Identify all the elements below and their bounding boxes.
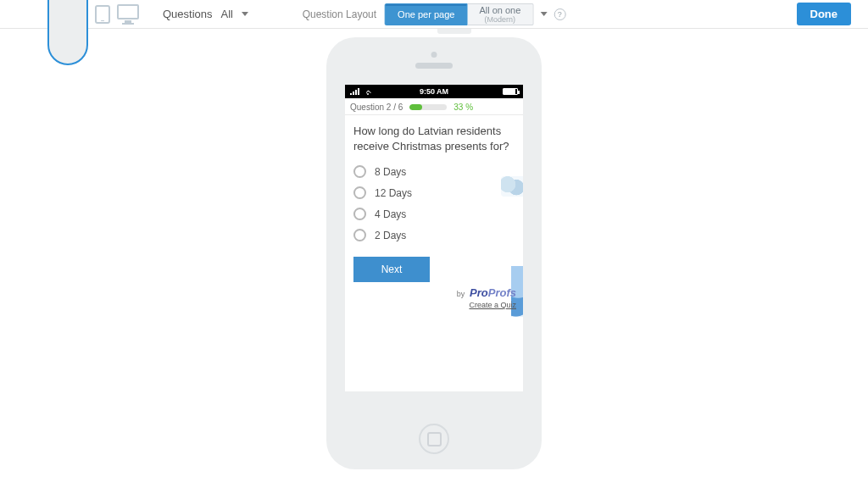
option-label: 8 Days — [375, 166, 406, 178]
question-text: How long do Latvian residents receive Ch… — [353, 124, 515, 153]
questions-filter-value: All — [221, 8, 233, 20]
radio-icon — [353, 186, 366, 199]
option-1[interactable]: 12 Days — [353, 186, 515, 199]
questions-filter-select[interactable]: All — [218, 6, 253, 22]
brand-pro: Pro — [470, 286, 488, 299]
preview-stage: 9:50 AM Question 2 / 6 33 % How long do … — [0, 29, 868, 469]
options-list: 8 Days12 Days4 Days2 Days — [353, 165, 515, 241]
radio-icon — [353, 165, 366, 178]
status-time: 9:50 AM — [420, 87, 448, 96]
progress-fill — [409, 104, 422, 110]
phone-screen: 9:50 AM Question 2 / 6 33 % How long do … — [345, 85, 523, 391]
tab-one-per-page[interactable]: One per page — [385, 3, 467, 25]
phone-camera-icon — [431, 52, 437, 58]
device-phone-button[interactable] — [47, 0, 88, 65]
layout-group: Question Layout One per page All on one … — [303, 3, 566, 25]
question-counter: Question 2 / 6 — [350, 103, 403, 112]
brand-by: by — [457, 290, 465, 298]
device-tablet-button[interactable] — [95, 5, 110, 24]
questions-filter: Questions All — [163, 6, 253, 22]
home-button[interactable] — [419, 424, 449, 454]
done-button[interactable]: Done — [797, 3, 852, 25]
brand-row: by ProProfs Create a Quiz — [457, 286, 516, 309]
preview-handle[interactable] — [437, 29, 471, 34]
device-desktop-button[interactable] — [117, 4, 139, 25]
radio-icon — [353, 208, 366, 220]
brand-profs: Profs — [488, 286, 516, 299]
tab-all-on-one-sublabel: (Modern) — [485, 15, 516, 24]
create-quiz-link[interactable]: Create a Quiz — [457, 301, 516, 309]
tab-all-on-one-label: All on one — [479, 5, 520, 15]
decorative-image — [501, 176, 523, 197]
progress-bar — [409, 104, 447, 110]
question-header: Question 2 / 6 33 % — [345, 98, 523, 115]
signal-icon — [350, 88, 360, 95]
tab-all-on-one[interactable]: All on one (Modern) — [467, 3, 533, 25]
question-body: How long do Latvian residents receive Ch… — [345, 115, 523, 282]
wifi-icon — [364, 88, 372, 95]
option-3[interactable]: 2 Days — [353, 229, 515, 241]
status-bar: 9:50 AM — [345, 85, 523, 98]
layout-dropdown-icon[interactable] — [540, 12, 547, 16]
top-toolbar: Questions All Question Layout One per pa… — [0, 0, 868, 29]
help-icon[interactable]: ? — [554, 8, 565, 20]
progress-percent: 33 % — [453, 103, 473, 112]
radio-icon — [353, 229, 366, 241]
layout-tabs: One per page All on one (Modern) — [385, 3, 533, 25]
layout-label: Question Layout — [303, 8, 376, 20]
next-button[interactable]: Next — [353, 257, 430, 282]
chevron-down-icon — [242, 12, 248, 16]
phone-speaker-icon — [415, 63, 453, 69]
option-2[interactable]: 4 Days — [353, 208, 515, 220]
questions-label: Questions — [163, 8, 213, 20]
option-label: 4 Days — [375, 208, 406, 220]
tab-one-per-page-label: One per page — [398, 9, 454, 19]
option-0[interactable]: 8 Days — [353, 165, 515, 178]
option-label: 2 Days — [375, 230, 406, 241]
battery-icon — [503, 88, 518, 95]
phone-frame: 9:50 AM Question 2 / 6 33 % How long do … — [326, 37, 542, 469]
device-selector — [47, 0, 139, 65]
option-label: 12 Days — [375, 187, 412, 199]
